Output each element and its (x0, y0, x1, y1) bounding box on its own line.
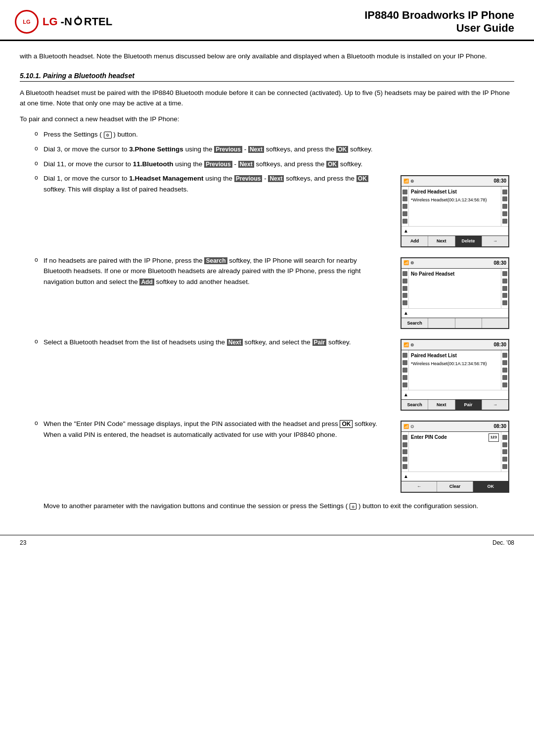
softkey-ok[interactable]: OK (473, 481, 508, 491)
softkey-search-2[interactable]: Search (401, 318, 428, 328)
bullet-8-end: ) button to exit the configuration sessi… (358, 502, 478, 510)
screen-4-title: Enter PIN Code (411, 433, 447, 441)
bullet-4-end: softkeys, and press the (286, 175, 356, 182)
right-btn-4 (502, 211, 507, 216)
right3-btn-3 (502, 368, 507, 373)
softkey-search-3[interactable]: Search (401, 400, 428, 410)
signal-icon-4: 📶 ⊙ (403, 423, 414, 430)
screen-3-header: 📶 ⊛ 08:30 (401, 340, 508, 350)
document-title: IP8840 Broadworks IP Phone User Guide (364, 9, 514, 35)
softkey-pair[interactable]: Pair (455, 400, 482, 410)
screen-3-body: Paired Headset List *Wireless Headset(00… (401, 350, 508, 390)
page-header: LG LG -N RTEL IP8840 Broadworks IP Phone… (0, 0, 534, 41)
screen-4-softkeys: ← Clear OK (401, 481, 508, 491)
bullet-screen-row-2: If no headsets are paired with the IP Ph… (44, 255, 514, 329)
pin-icon: 123 (489, 433, 499, 442)
lg-circle-logo: LG (15, 10, 39, 34)
right4-btn-5 (502, 464, 507, 469)
softkey-arrow[interactable]: → (482, 236, 508, 246)
screen-4-nav: ▲ (401, 472, 508, 481)
nav-up-icon-3: ▲ (403, 391, 408, 399)
screen-3-title: Paired Headset List (411, 352, 499, 360)
nortel-antenna (78, 16, 79, 19)
softkey-empty-1 (428, 318, 455, 328)
screen-4-title-row: Enter PIN Code 123 (411, 433, 499, 442)
settings-icon-2: ⚙ (350, 503, 356, 510)
next-highlight: Next (248, 146, 264, 153)
screen-1-header: 📶 ⊛ 08:30 (401, 176, 508, 187)
list-item-1: Press the Settings ( ⚙ ) button. (35, 129, 514, 140)
right-btn-5 (502, 219, 507, 224)
screen-3-left-buttons (401, 350, 409, 390)
bullet-screen-row-1: Dial 1, or move the cursor to 1.Headset … (44, 173, 514, 247)
softkey-next[interactable]: Next (428, 236, 455, 246)
left2-btn-5 (402, 300, 407, 305)
bullet-2-bold: 3.Phone Settings (129, 145, 183, 153)
right2-btn-2 (502, 279, 507, 284)
phone-screen-3: 📶 ⊛ 08:30 Pai (400, 339, 509, 411)
bullet-5-plain: If no headsets are paired with the IP Ph… (44, 257, 204, 264)
screen-2-softkeys: Search (401, 318, 508, 328)
bullet-2-plain: Dial 3, or move the cursor to (44, 145, 129, 153)
bullet-3-bold: 11.Bluetooth (133, 160, 174, 168)
screen-2-title: No Paired Headset (411, 270, 499, 278)
right4-btn-4 (502, 457, 507, 462)
right4-btn-1 (502, 435, 507, 440)
screen-2-nav: ▲ (401, 308, 508, 318)
ok-highlight-3: OK (356, 175, 368, 182)
section-heading: 5.10.1. Pairing a Bluetooth headset (20, 72, 514, 82)
screen-1-nav: ▲ (401, 226, 508, 236)
softkey-arrow-3[interactable]: → (482, 400, 508, 410)
screen-col-2: 📶 ⊛ 08:30 No (396, 255, 514, 329)
right2-btn-3 (502, 286, 507, 291)
bullet-4-plain: Dial 1, or move the cursor to (44, 175, 129, 182)
lg-text: LG (43, 15, 58, 28)
bullet-6-plain: Select a Bluetooth headset from the list… (44, 338, 227, 346)
screen-3-main: Paired Headset List *Wireless Headset(00… (409, 350, 501, 390)
softkey-delete[interactable]: Delete (455, 236, 482, 246)
right3-btn-4 (502, 375, 507, 380)
bullet-5-text-col: If no headsets are paired with the IP Ph… (44, 255, 396, 287)
left4-btn-2 (402, 442, 407, 447)
screen-1-time: 08:30 (493, 177, 506, 185)
bullet-8-plain: Move to another parameter with the navig… (44, 502, 348, 510)
left2-btn-2 (402, 279, 407, 284)
screen-4-header: 📶 ⊙ 08:30 (401, 422, 508, 432)
screen-2-time: 08:30 (493, 259, 506, 267)
add-highlight: Add (139, 279, 154, 285)
screen-1-subtitle: *Wireless Headset(00:1A:12:34:56:78) (411, 196, 499, 203)
screen-4-body: Enter PIN Code 123 (401, 432, 508, 472)
softkey-empty-2 (455, 318, 482, 328)
screen-col-1: 📶 ⊛ 08:30 Pai (396, 173, 514, 247)
phone-screen-1: 📶 ⊛ 08:30 Pai (400, 175, 509, 247)
softkey-add[interactable]: Add (401, 236, 428, 246)
right-btn-2 (502, 196, 507, 201)
softkey-back[interactable]: ← (401, 481, 437, 491)
right2-btn-5 (502, 300, 507, 305)
footer-date: Dec. ’08 (492, 539, 514, 546)
left3-btn-1 (402, 353, 407, 358)
next-highlight-2: Next (238, 161, 254, 168)
screen-col-4: 📶 ⊙ 08:30 (396, 419, 514, 492)
softkey-clear[interactable]: Clear (437, 481, 473, 491)
previous-highlight-2: Previous (204, 161, 232, 168)
bullet-7-plain: When the "Enter PIN Code" message displa… (44, 420, 340, 427)
phone-screen-4: 📶 ⊙ 08:30 (400, 421, 509, 492)
screen-1-softkeys: Add Next Delete → (401, 236, 508, 246)
softkey-next-3[interactable]: Next (428, 400, 455, 410)
bullet-3-plain: Dial 11, or move the cursor to (44, 160, 133, 168)
screen-col-3: 📶 ⊛ 08:30 Pai (396, 337, 514, 411)
page-footer: 23 Dec. ’08 (0, 535, 534, 550)
screen-1-title: Paired Headset List (411, 188, 499, 196)
screen-2-header: 📶 ⊛ 08:30 (401, 258, 508, 269)
bullet-4-sep: - (264, 175, 267, 182)
nav-up-icon-4: ▲ (403, 472, 408, 480)
list-item-4: Dial 1, or move the cursor to 1.Headset … (35, 173, 514, 247)
left4-btn-1 (402, 435, 407, 440)
main-content: with a Bluetooth headset. Note the Bluet… (0, 41, 534, 525)
bullet-2-mid: using the (185, 145, 215, 153)
nav-up-icon: ▲ (403, 227, 408, 235)
left-btn-2 (402, 196, 407, 201)
bullet-3-sep: - (234, 160, 236, 168)
settings-icon: ⚙ (104, 132, 112, 139)
